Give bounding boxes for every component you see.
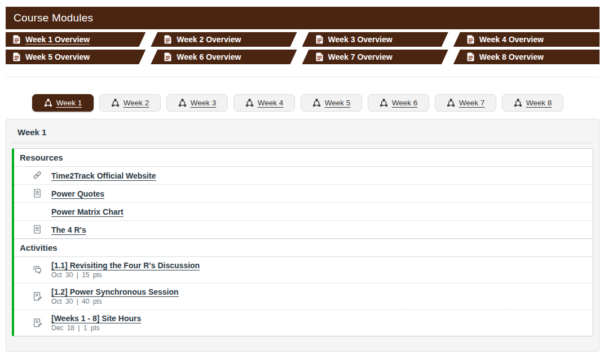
- item-main: [1.1] Revisiting the Four R's Discussion…: [51, 261, 200, 279]
- document-icon: [164, 52, 171, 61]
- module-icon: [312, 99, 321, 107]
- week-tab-label: Week 6: [392, 99, 418, 107]
- module-item-power-quotes: Power Quotes: [14, 184, 593, 202]
- overview-tabs-row-1: Week 1 Overview Week 2 Overview Week 3 O…: [6, 32, 600, 47]
- module-icon: [111, 99, 120, 107]
- module-item-time2track: Time2Track Official Website: [14, 166, 593, 184]
- document-icon: [467, 52, 474, 61]
- page-icon: [33, 225, 42, 234]
- week-tab-label: Week 3: [191, 99, 217, 107]
- module-icon: [178, 99, 187, 107]
- section-header-resources: Resources: [14, 149, 593, 166]
- page-title: Course Modules: [14, 12, 93, 24]
- item-link[interactable]: Power Matrix Chart: [51, 207, 124, 216]
- overview-tab-week-5[interactable]: Week 5 Overview: [6, 50, 146, 64]
- week-tab-4[interactable]: Week 4: [233, 94, 295, 112]
- overview-tab-label: Week 7 Overview: [328, 52, 393, 61]
- week-tab-7[interactable]: Week 7: [435, 94, 496, 112]
- week-tab-label: Week 7: [459, 99, 485, 107]
- week-tab-label: Week 4: [258, 99, 284, 107]
- week-tab-label: Week 5: [325, 99, 351, 107]
- item-meta: Oct 30 | 15 pts: [51, 271, 200, 279]
- overview-tab-week-2[interactable]: Week 2 Overview: [151, 32, 297, 47]
- course-modules-banner: Course Modules: [6, 7, 600, 29]
- module-item-the-4-rs: The 4 R's: [14, 220, 593, 238]
- week-tab-label: Week 1: [56, 99, 82, 107]
- week-tab-3[interactable]: Week 3: [166, 94, 228, 112]
- overview-tab-label: Week 6 Overview: [177, 52, 241, 61]
- section-divider: [6, 77, 600, 77]
- assignment-icon: [33, 292, 42, 301]
- item-link[interactable]: [1.1] Revisiting the Four R's Discussion: [51, 261, 200, 270]
- section-header-label: Resources: [20, 153, 63, 162]
- item-meta: Oct 30 | 40 pts: [51, 298, 179, 305]
- module-title: Week 1: [12, 125, 593, 143]
- week-tab-5[interactable]: Week 5: [301, 94, 362, 112]
- overview-tab-week-4[interactable]: Week 4 Overview: [453, 32, 600, 47]
- document-icon: [467, 35, 474, 44]
- week-tabs-row: Week 1 Week 2 Week 3 Week 4 Week 5 Week …: [32, 94, 600, 112]
- page-container: Course Modules Week 1 Overview Week 2 Ov…: [6, 7, 600, 352]
- week-tab-8[interactable]: Week 8: [502, 94, 563, 112]
- section-header-activities: Activities: [14, 238, 593, 256]
- assignment-icon: [33, 318, 42, 328]
- week-tab-2[interactable]: Week 2: [99, 94, 161, 112]
- overview-tab-week-6[interactable]: Week 6 Overview: [151, 50, 297, 64]
- document-icon: [316, 52, 323, 61]
- week-tab-label: Week 2: [124, 99, 149, 107]
- module-item-discussion-1-1: [1.1] Revisiting the Four R's Discussion…: [14, 256, 593, 283]
- overview-tab-label: Week 4 Overview: [479, 35, 544, 44]
- item-main: [1.2] Power Synchronous Session Oct 30 |…: [51, 287, 179, 305]
- discussion-icon: [33, 265, 42, 275]
- item-link[interactable]: [1.2] Power Synchronous Session: [51, 287, 179, 296]
- module-item-site-hours: [Weeks 1 - 8] Site Hours Dec 18 | 1 pts: [14, 309, 593, 336]
- week-tab-label: Week 8: [526, 99, 552, 107]
- overview-tab-label: Week 2 Overview: [177, 35, 241, 44]
- document-icon: [164, 35, 171, 44]
- overview-tab-label: Week 3 Overview: [328, 35, 393, 44]
- item-link[interactable]: [Weeks 1 - 8] Site Hours: [51, 314, 141, 323]
- page-icon: [33, 189, 42, 198]
- week-tab-6[interactable]: Week 6: [368, 94, 429, 112]
- item-main: [Weeks 1 - 8] Site Hours Dec 18 | 1 pts: [51, 314, 141, 332]
- overview-tab-label: Week 1 Overview: [25, 35, 90, 44]
- overview-tab-week-3[interactable]: Week 3 Overview: [302, 32, 448, 47]
- module-title-divider: [12, 143, 593, 143]
- overview-tabs-row-2: Week 5 Overview Week 6 Overview Week 7 O…: [6, 50, 600, 64]
- overview-tab-week-7[interactable]: Week 7 Overview: [302, 50, 448, 64]
- overview-tab-label: Week 5 Overview: [25, 52, 90, 61]
- module-icon: [447, 99, 455, 107]
- module-icon: [44, 99, 52, 107]
- link-icon: [33, 171, 42, 180]
- item-link[interactable]: Time2Track Official Website: [51, 171, 156, 180]
- overview-tab-week-1[interactable]: Week 1 Overview: [6, 32, 146, 47]
- item-meta: Dec 18 | 1 pts: [51, 324, 141, 332]
- overview-tab-label: Week 8 Overview: [479, 52, 544, 61]
- module-item-power-matrix-chart: Power Matrix Chart: [14, 202, 593, 220]
- item-link[interactable]: The 4 R's: [51, 225, 86, 234]
- module-icon: [245, 99, 254, 107]
- module-item-list: Resources Time2Track Official Website Po…: [12, 148, 593, 336]
- empty-icon-spacer: [33, 207, 42, 216]
- module-icon: [514, 99, 522, 107]
- section-header-label: Activities: [20, 243, 58, 252]
- document-icon: [13, 35, 20, 44]
- week-tab-1[interactable]: Week 1: [32, 94, 94, 112]
- module-item-session-1-2: [1.2] Power Synchronous Session Oct 30 |…: [14, 283, 593, 309]
- document-icon: [13, 52, 20, 61]
- module-icon: [380, 99, 388, 107]
- overview-tab-week-8[interactable]: Week 8 Overview: [453, 50, 600, 64]
- item-link[interactable]: Power Quotes: [51, 189, 104, 198]
- document-icon: [316, 35, 323, 44]
- module-panel: Week 1 Resources Time2Track Official Web…: [6, 119, 600, 352]
